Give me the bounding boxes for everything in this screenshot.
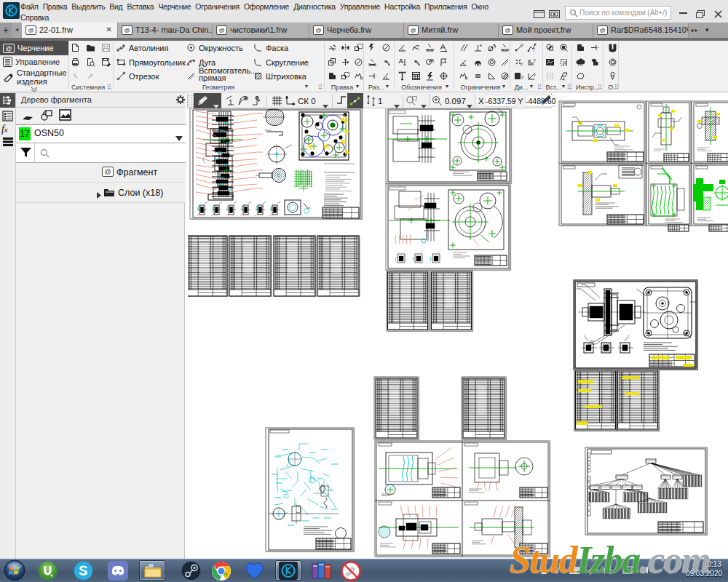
svg-text:?: ? (521, 74, 523, 81)
svg-text:A: A (223, 570, 228, 577)
svg-text:?: ? (520, 62, 523, 67)
svg-text:@: @ (5, 45, 12, 52)
svg-text:?: ? (532, 47, 535, 52)
svg-text:?: ? (521, 43, 523, 48)
svg-text:?: ? (533, 73, 536, 78)
svg-text:?: ? (533, 58, 536, 63)
